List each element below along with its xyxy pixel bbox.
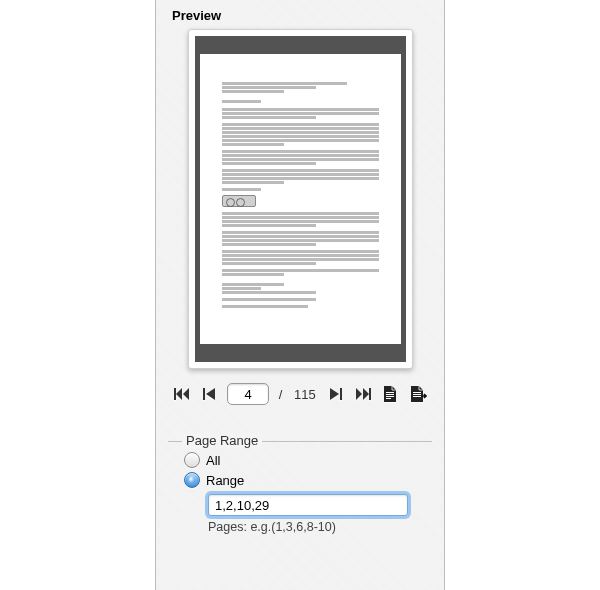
- page-preview-thumbnail: [200, 54, 401, 344]
- first-page-icon: [174, 387, 190, 401]
- radio-range-label: Range: [206, 473, 244, 488]
- svg-rect-8: [413, 392, 421, 393]
- export-page-icon: [409, 385, 427, 403]
- prev-page-icon: [203, 387, 217, 401]
- prev-page-button[interactable]: [200, 384, 220, 404]
- svg-rect-4: [386, 392, 394, 393]
- radio-row-all: All: [184, 452, 432, 468]
- radio-range[interactable]: [184, 472, 200, 488]
- single-page-icon: [382, 385, 398, 403]
- page-range-divider: Page Range: [168, 441, 432, 442]
- svg-rect-9: [413, 394, 421, 395]
- svg-rect-1: [203, 388, 205, 400]
- last-page-button[interactable]: [353, 384, 373, 404]
- current-page-input[interactable]: [227, 383, 269, 405]
- page-preview-mat: [195, 36, 406, 362]
- radio-all[interactable]: [184, 452, 200, 468]
- radio-row-range: Range: [184, 472, 432, 488]
- page-preview-frame: [188, 29, 413, 369]
- page-range-hint: Pages: e.g.(1,3,6,8-10): [208, 520, 432, 534]
- svg-rect-7: [386, 398, 391, 399]
- svg-rect-3: [369, 388, 371, 400]
- last-page-icon: [355, 387, 371, 401]
- preview-label: Preview: [172, 8, 432, 23]
- svg-rect-5: [386, 394, 394, 395]
- export-page-button[interactable]: [408, 384, 428, 404]
- page-nav-bar: / 115: [168, 383, 432, 405]
- page-range-group: Page Range All Range Pages: e.g.(1,3,6,8…: [168, 441, 432, 534]
- svg-rect-6: [386, 396, 394, 397]
- page-separator: /: [279, 387, 283, 402]
- svg-rect-0: [174, 388, 176, 400]
- svg-rect-2: [340, 388, 342, 400]
- single-page-button[interactable]: [380, 384, 400, 404]
- page-range-legend: Page Range: [182, 433, 262, 448]
- radio-all-label: All: [206, 453, 220, 468]
- svg-rect-10: [413, 396, 421, 397]
- first-page-button[interactable]: [172, 384, 192, 404]
- page-range-input[interactable]: [208, 494, 408, 516]
- next-page-button[interactable]: [325, 384, 345, 404]
- total-pages: 115: [294, 387, 316, 402]
- next-page-icon: [328, 387, 342, 401]
- print-preview-panel: Preview: [155, 0, 445, 590]
